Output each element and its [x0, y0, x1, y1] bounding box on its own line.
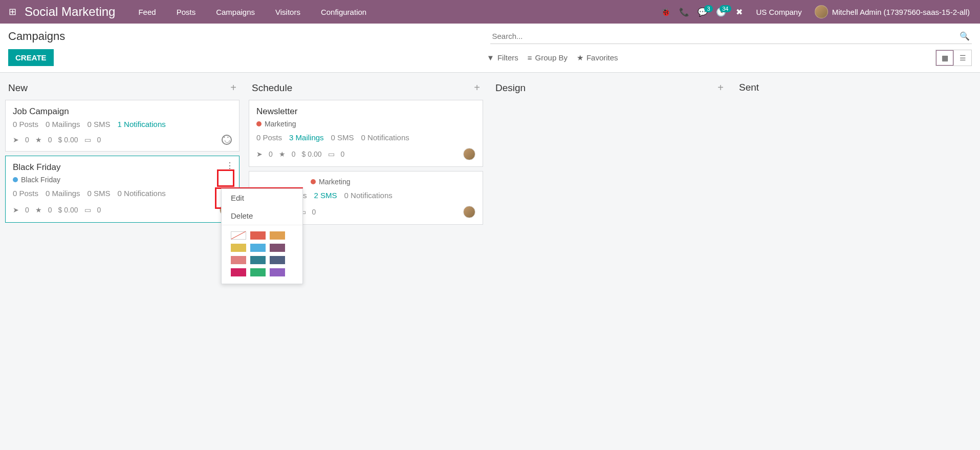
money-icon: ▭	[328, 150, 335, 158]
list-view-button[interactable]: ☰	[953, 50, 972, 66]
stat-posts: 0 Posts	[256, 133, 282, 142]
stat-sms: 0 SMS	[88, 120, 111, 128]
pointer-icon: ➤	[13, 206, 19, 214]
search-bar[interactable]: 🔍	[490, 29, 972, 44]
tag-text: Marketing	[319, 178, 350, 186]
revenue: $ 0.00	[58, 206, 78, 214]
color-teal[interactable]	[250, 256, 266, 264]
funnel-icon: ▼	[487, 53, 494, 62]
activity-icon[interactable]: 🕓34	[712, 7, 730, 17]
color-purple[interactable]	[270, 268, 285, 276]
favorites-button[interactable]: ★Favorites	[577, 53, 618, 62]
menu-edit[interactable]: Edit	[222, 189, 302, 207]
card-job-campaign[interactable]: Job Campaign 0 Posts 0 Mailings 0 SMS 1 …	[5, 100, 239, 152]
company-switcher[interactable]: US Company	[749, 8, 810, 16]
stat-mailings: 0 Mailings	[46, 189, 80, 198]
nav-visitors[interactable]: Visitors	[265, 0, 311, 24]
color-green[interactable]	[250, 268, 266, 276]
color-red[interactable]	[250, 231, 266, 240]
color-salmon[interactable]	[231, 256, 246, 264]
stat-notifications[interactable]: 1 Notifications	[118, 120, 166, 128]
add-card-icon[interactable]: +	[230, 82, 236, 94]
debug-icon[interactable]: 🐞	[657, 7, 675, 17]
user-menu[interactable]: Mitchell Admin (17397560-saas-15-2-all)	[810, 5, 975, 18]
tag-text: Black Friday	[21, 176, 60, 184]
kanban-view-button[interactable]: ▦	[935, 50, 954, 66]
card-black-friday[interactable]: ⋮ Black Friday Black Friday 0 Posts 0 Ma…	[5, 156, 239, 223]
tag-dot	[13, 177, 18, 182]
stat-notifications: 0 Notifications	[118, 189, 166, 198]
stat-sms: 0 SMS	[331, 133, 354, 142]
stat-notifications: 0 Notifications	[361, 133, 409, 142]
card-title: Newsletter	[256, 106, 475, 117]
pointer-icon: ➤	[256, 150, 263, 158]
tag-text: Marketing	[265, 120, 296, 128]
column-title-design[interactable]: Design	[495, 82, 717, 94]
tag-dot	[256, 121, 262, 126]
nav-campaigns[interactable]: Campaigns	[206, 0, 265, 24]
stat-sms[interactable]: 2 SMS	[314, 191, 337, 200]
list-icon: ≡	[528, 53, 532, 62]
color-magenta[interactable]	[231, 268, 246, 276]
card-title: Black Friday	[13, 162, 232, 173]
page-title: Campaigns	[8, 30, 490, 43]
stat-sms: 0 SMS	[88, 189, 111, 198]
star-icon: ★	[35, 136, 42, 144]
color-orange[interactable]	[270, 231, 285, 240]
color-none[interactable]	[231, 231, 246, 240]
color-plum[interactable]	[270, 244, 285, 252]
color-slate[interactable]	[270, 256, 285, 264]
pointer-icon: ➤	[13, 136, 19, 144]
stat-posts: 0 Posts	[13, 120, 38, 128]
groupby-button[interactable]: ≡Group By	[528, 53, 568, 62]
column-title-schedule[interactable]: Schedule	[252, 82, 474, 94]
column-title-sent[interactable]: Sent	[739, 82, 882, 93]
stat-notifications: 0 Notifications	[344, 191, 393, 200]
star-icon: ★	[279, 150, 286, 158]
revenue: $ 0.00	[302, 150, 322, 158]
stat-mailings[interactable]: 3 Mailings	[289, 133, 324, 142]
avatar-icon	[815, 5, 828, 18]
card-title: Job Campaign	[13, 106, 232, 117]
discuss-icon[interactable]: 💬3	[693, 7, 712, 17]
add-card-icon[interactable]: +	[717, 82, 724, 94]
settings-icon[interactable]: ✖	[730, 7, 749, 17]
add-card-icon[interactable]: +	[474, 82, 480, 94]
phone-icon[interactable]: 📞	[675, 7, 693, 17]
column-title-new[interactable]: New	[8, 82, 230, 94]
star-icon: ★	[577, 53, 583, 62]
stat-mailings: 0 Mailings	[46, 120, 80, 128]
avatar-icon[interactable]	[463, 206, 475, 218]
menu-delete[interactable]: Delete	[222, 207, 302, 225]
nav-feed[interactable]: Feed	[128, 0, 166, 24]
star-icon: ★	[35, 206, 42, 214]
app-name[interactable]: Social Marketing	[25, 5, 115, 19]
avatar-icon[interactable]	[463, 148, 475, 160]
activity-badge: 34	[720, 5, 731, 12]
user-name: Mitchell Admin (17397560-saas-15-2-all)	[832, 8, 970, 16]
card-menu-button[interactable]: ⋮	[225, 160, 235, 170]
revenue: $ 0.00	[58, 136, 78, 144]
color-yellow[interactable]	[231, 244, 246, 252]
smile-icon[interactable]	[222, 135, 232, 145]
search-input[interactable]	[490, 29, 958, 44]
money-icon: ▭	[84, 206, 91, 214]
card-menu-dropdown: Edit Delete	[221, 188, 303, 284]
create-button[interactable]: CREATE	[8, 49, 54, 66]
money-icon: ▭	[84, 136, 91, 144]
apps-icon[interactable]: ⊞	[5, 6, 19, 17]
card-newsletter[interactable]: Newsletter Marketing 0 Posts 3 Mailings …	[249, 100, 483, 167]
color-picker	[222, 225, 302, 284]
filters-button[interactable]: ▼Filters	[487, 53, 518, 62]
color-lightblue[interactable]	[250, 244, 266, 252]
search-icon[interactable]: 🔍	[957, 29, 972, 43]
nav-configuration[interactable]: Configuration	[311, 0, 377, 24]
tag-dot	[311, 179, 316, 184]
stat-posts: 0 Posts	[13, 189, 38, 198]
nav-posts[interactable]: Posts	[166, 0, 206, 24]
